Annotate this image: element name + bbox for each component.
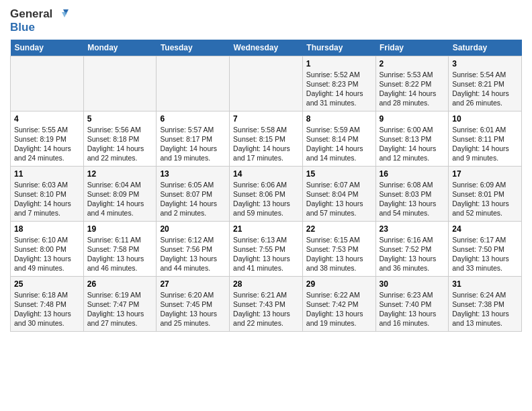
calendar-cell: 21Sunrise: 6:13 AM Sunset: 7:55 PM Dayli… <box>230 221 303 276</box>
calendar-week-row: 4Sunrise: 5:55 AM Sunset: 8:19 PM Daylig… <box>11 111 522 166</box>
day-info: Sunrise: 6:24 AM Sunset: 7:38 PM Dayligh… <box>452 290 518 328</box>
day-info: Sunrise: 6:05 AM Sunset: 8:07 PM Dayligh… <box>160 180 226 218</box>
day-info: Sunrise: 5:52 AM Sunset: 8:23 PM Dayligh… <box>306 70 372 108</box>
day-number: 5 <box>87 114 153 124</box>
page-header: General Blue <box>10 7 522 34</box>
calendar-cell: 1Sunrise: 5:52 AM Sunset: 8:23 PM Daylig… <box>302 56 375 111</box>
day-number: 2 <box>380 59 445 68</box>
day-number: 21 <box>233 224 299 234</box>
day-info: Sunrise: 6:00 AM Sunset: 8:13 PM Dayligh… <box>380 125 445 163</box>
calendar-cell: 3Sunrise: 5:54 AM Sunset: 8:21 PM Daylig… <box>449 56 522 111</box>
day-number: 1 <box>306 59 372 68</box>
day-number: 10 <box>452 114 518 124</box>
calendar-cell: 7Sunrise: 5:58 AM Sunset: 8:15 PM Daylig… <box>230 111 303 166</box>
day-number: 9 <box>380 114 445 124</box>
calendar-cell: 14Sunrise: 6:06 AM Sunset: 8:06 PM Dayli… <box>230 166 303 221</box>
day-number: 19 <box>87 224 153 234</box>
calendar-cell: 27Sunrise: 6:20 AM Sunset: 7:45 PM Dayli… <box>157 276 230 331</box>
day-info: Sunrise: 6:16 AM Sunset: 7:52 PM Dayligh… <box>380 235 445 273</box>
day-number: 17 <box>452 169 518 179</box>
calendar-cell: 2Sunrise: 5:53 AM Sunset: 8:22 PM Daylig… <box>375 56 449 111</box>
calendar-cell: 17Sunrise: 6:09 AM Sunset: 8:01 PM Dayli… <box>449 166 522 221</box>
day-info: Sunrise: 6:20 AM Sunset: 7:45 PM Dayligh… <box>160 290 226 328</box>
logo-bird-icon <box>54 7 69 21</box>
day-info: Sunrise: 6:18 AM Sunset: 7:48 PM Dayligh… <box>14 290 80 328</box>
calendar-cell: 23Sunrise: 6:16 AM Sunset: 7:52 PM Dayli… <box>375 221 449 276</box>
calendar-cell: 6Sunrise: 5:57 AM Sunset: 8:17 PM Daylig… <box>157 111 230 166</box>
day-info: Sunrise: 6:22 AM Sunset: 7:42 PM Dayligh… <box>306 290 372 328</box>
day-info: Sunrise: 6:15 AM Sunset: 7:53 PM Dayligh… <box>306 235 372 273</box>
logo-general: General <box>10 8 52 21</box>
calendar-cell: 29Sunrise: 6:22 AM Sunset: 7:42 PM Dayli… <box>302 276 375 331</box>
calendar-cell: 9Sunrise: 6:00 AM Sunset: 8:13 PM Daylig… <box>375 111 449 166</box>
calendar-cell: 30Sunrise: 6:23 AM Sunset: 7:40 PM Dayli… <box>375 276 449 331</box>
day-info: Sunrise: 5:54 AM Sunset: 8:21 PM Dayligh… <box>452 70 518 108</box>
calendar-body: 1Sunrise: 5:52 AM Sunset: 8:23 PM Daylig… <box>11 56 522 331</box>
calendar-cell: 4Sunrise: 5:55 AM Sunset: 8:19 PM Daylig… <box>11 111 84 166</box>
day-info: Sunrise: 6:06 AM Sunset: 8:06 PM Dayligh… <box>233 180 299 218</box>
day-number: 7 <box>233 114 299 124</box>
day-number: 4 <box>14 114 80 124</box>
day-info: Sunrise: 6:21 AM Sunset: 7:43 PM Dayligh… <box>233 290 299 328</box>
day-info: Sunrise: 5:55 AM Sunset: 8:19 PM Dayligh… <box>14 125 80 163</box>
logo: General Blue <box>10 7 69 34</box>
calendar-cell: 15Sunrise: 6:07 AM Sunset: 8:04 PM Dayli… <box>302 166 375 221</box>
calendar-cell: 26Sunrise: 6:19 AM Sunset: 7:47 PM Dayli… <box>83 276 157 331</box>
day-of-week-header: Friday <box>375 40 449 56</box>
calendar-cell: 10Sunrise: 6:01 AM Sunset: 8:11 PM Dayli… <box>449 111 522 166</box>
day-number: 23 <box>380 224 445 234</box>
day-number: 22 <box>306 224 372 234</box>
day-info: Sunrise: 6:08 AM Sunset: 8:03 PM Dayligh… <box>380 180 445 218</box>
calendar-week-row: 18Sunrise: 6:10 AM Sunset: 8:00 PM Dayli… <box>11 221 522 276</box>
day-number: 26 <box>87 279 153 289</box>
calendar-cell: 31Sunrise: 6:24 AM Sunset: 7:38 PM Dayli… <box>449 276 522 331</box>
calendar-cell <box>83 56 157 111</box>
day-of-week-header: Sunday <box>11 40 84 56</box>
day-info: Sunrise: 6:17 AM Sunset: 7:50 PM Dayligh… <box>452 235 518 273</box>
day-of-week-header: Monday <box>83 40 157 56</box>
day-info: Sunrise: 5:56 AM Sunset: 8:18 PM Dayligh… <box>87 125 153 163</box>
logo-container: General Blue <box>10 7 69 34</box>
day-of-week-header: Tuesday <box>157 40 230 56</box>
day-number: 12 <box>87 169 153 179</box>
day-info: Sunrise: 6:04 AM Sunset: 8:09 PM Dayligh… <box>87 180 153 218</box>
day-number: 25 <box>14 279 80 289</box>
calendar-cell: 25Sunrise: 6:18 AM Sunset: 7:48 PM Dayli… <box>11 276 84 331</box>
calendar-cell <box>230 56 303 111</box>
calendar-table: SundayMondayTuesdayWednesdayThursdayFrid… <box>10 40 522 332</box>
calendar-week-row: 1Sunrise: 5:52 AM Sunset: 8:23 PM Daylig… <box>11 56 522 111</box>
day-info: Sunrise: 5:53 AM Sunset: 8:22 PM Dayligh… <box>380 70 445 108</box>
day-info: Sunrise: 6:10 AM Sunset: 8:00 PM Dayligh… <box>14 235 80 273</box>
day-of-week-header: Thursday <box>302 40 375 56</box>
day-number: 31 <box>452 279 518 289</box>
day-number: 16 <box>380 169 445 179</box>
day-number: 30 <box>380 279 445 289</box>
calendar-cell: 16Sunrise: 6:08 AM Sunset: 8:03 PM Dayli… <box>375 166 449 221</box>
day-number: 15 <box>306 169 372 179</box>
calendar-cell: 19Sunrise: 6:11 AM Sunset: 7:58 PM Dayli… <box>83 221 157 276</box>
day-info: Sunrise: 6:12 AM Sunset: 7:56 PM Dayligh… <box>160 235 226 273</box>
day-number: 6 <box>160 114 226 124</box>
day-info: Sunrise: 6:19 AM Sunset: 7:47 PM Dayligh… <box>87 290 153 328</box>
day-number: 8 <box>306 114 372 124</box>
day-number: 18 <box>14 224 80 234</box>
calendar-cell: 11Sunrise: 6:03 AM Sunset: 8:10 PM Dayli… <box>11 166 84 221</box>
day-info: Sunrise: 6:23 AM Sunset: 7:40 PM Dayligh… <box>380 290 445 328</box>
calendar-header-row: SundayMondayTuesdayWednesdayThursdayFrid… <box>11 40 522 56</box>
day-info: Sunrise: 6:09 AM Sunset: 8:01 PM Dayligh… <box>452 180 518 218</box>
calendar-cell: 20Sunrise: 6:12 AM Sunset: 7:56 PM Dayli… <box>157 221 230 276</box>
day-of-week-header: Wednesday <box>230 40 303 56</box>
calendar-cell <box>157 56 230 111</box>
svg-marker-1 <box>62 12 67 17</box>
day-info: Sunrise: 6:13 AM Sunset: 7:55 PM Dayligh… <box>233 235 299 273</box>
day-number: 14 <box>233 169 299 179</box>
calendar-cell: 24Sunrise: 6:17 AM Sunset: 7:50 PM Dayli… <box>449 221 522 276</box>
day-number: 24 <box>452 224 518 234</box>
calendar-cell: 22Sunrise: 6:15 AM Sunset: 7:53 PM Dayli… <box>302 221 375 276</box>
day-info: Sunrise: 6:07 AM Sunset: 8:04 PM Dayligh… <box>306 180 372 218</box>
calendar-cell: 12Sunrise: 6:04 AM Sunset: 8:09 PM Dayli… <box>83 166 157 221</box>
day-of-week-header: Saturday <box>449 40 522 56</box>
calendar-cell: 8Sunrise: 5:59 AM Sunset: 8:14 PM Daylig… <box>302 111 375 166</box>
calendar-week-row: 11Sunrise: 6:03 AM Sunset: 8:10 PM Dayli… <box>11 166 522 221</box>
day-number: 3 <box>452 59 518 68</box>
